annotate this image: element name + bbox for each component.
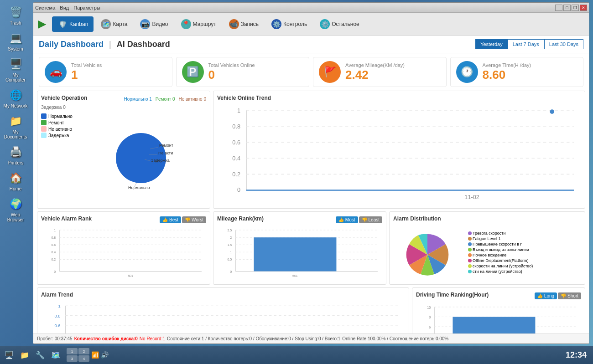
long-button[interactable]: 👍 Long <box>535 292 557 299</box>
legend-zone: Въезд и выезд из зоны-линии <box>468 247 533 252</box>
status-online-rate: Online Rate:100.00% / Соотношение потерь… <box>342 336 448 341</box>
toolbar-record[interactable]: 📹 Запись <box>224 16 264 32</box>
legend-line-speed-dot <box>468 264 472 268</box>
taskbar-app-icon[interactable]: 🔧 <box>33 348 47 362</box>
svg-text:1: 1 <box>54 229 56 232</box>
app-logo: ▶ <box>38 18 46 30</box>
thumbs-up-long-icon: 👍 <box>537 293 543 298</box>
toolbar-route[interactable]: 📍 Маршрут <box>176 16 222 32</box>
sidebar-item-printers[interactable]: 🖨️ Printers <box>1 142 30 167</box>
control-label: Контроль <box>283 21 307 27</box>
sidebar-item-trash[interactable]: 🗑️ Trash <box>1 2 30 27</box>
best-button[interactable]: 👍 Best <box>160 216 181 223</box>
driving-time-chart: 10 8 6 4 2 0 501 <box>416 302 581 333</box>
status-bar: Пробег: 00:37:45 Количество ошибок диска… <box>33 333 589 343</box>
alarm-dist-pie <box>393 225 466 280</box>
legend-line-speed2-dot <box>468 270 472 273</box>
minimize-button[interactable]: ─ <box>555 5 562 11</box>
record-icon: 📹 <box>229 19 239 29</box>
menu-system[interactable]: Система <box>35 5 55 10</box>
sidebar-item-system[interactable]: 💻 System <box>1 28 30 53</box>
toolbar-other[interactable]: ⚙️ Остальное <box>314 16 365 32</box>
restore-button[interactable]: ❐ <box>572 5 579 11</box>
win-btn-4[interactable]: 4 <box>78 355 89 362</box>
network-icon: 🌐 <box>7 87 24 103</box>
svg-text:0.2: 0.2 <box>51 258 56 261</box>
best-label: Best <box>169 217 178 222</box>
least-button[interactable]: 👎 Least <box>359 216 382 223</box>
legend-line-speed: скорости на линии (устройство) <box>468 264 533 268</box>
svg-text:0.8: 0.8 <box>51 236 56 240</box>
stat-avg-mileage: 🚩 Average Mileage(KM /day) 2.42 <box>313 57 447 87</box>
thumbs-up-icon: 👍 <box>162 217 168 222</box>
vehicle-alarm-rank-panel: Vehicle Alarm Rank 👍 Best 👎 Worst <box>37 211 210 285</box>
sys-icon-audio: 🔊 <box>101 351 109 359</box>
filter-yesterday[interactable]: Yesterday <box>475 39 508 49</box>
sidebar-item-my-network[interactable]: 🌐 My Network <box>1 85 30 110</box>
total-vehicles-info: Total Vehicles 1 <box>71 62 102 82</box>
toolbar-map[interactable]: 🗺️ Карта <box>95 16 133 32</box>
video-label: Видео <box>152 21 168 27</box>
legend-night-dot <box>468 253 472 257</box>
toolbar-control[interactable]: ⚙️ Контроль <box>266 16 312 32</box>
trash-icon: 🗑️ <box>7 4 24 21</box>
svg-text:0.6: 0.6 <box>55 323 61 328</box>
total-vehicles-label: Total Vehicles <box>71 62 102 68</box>
sidebar-item-my-documents[interactable]: 📁 My Documents <box>1 111 30 141</box>
close-button[interactable]: ✕ <box>580 5 587 11</box>
avg-mileage-label: Average Mileage(KM /day) <box>345 62 405 68</box>
browser-icon: 🌍 <box>7 196 24 212</box>
filter-7days[interactable]: Last 7 Days <box>508 39 544 49</box>
menu-bar: Система Вид Параметры <box>35 5 100 10</box>
filter-30days[interactable]: Last 30 Days <box>544 39 583 49</box>
legend-offline-label: Offline Displacement(Platform) <box>473 258 528 263</box>
toolbar-kanban[interactable]: 🛡️ Kanban <box>52 16 94 32</box>
legend-speed-alarm-dot <box>468 231 472 235</box>
vehicle-op-title: Vehicle Operation <box>41 95 87 101</box>
stat-total-vehicles: 🚗 Total Vehicles 1 <box>39 57 172 87</box>
route-label: Маршрут <box>193 21 216 27</box>
taskbar-files-icon[interactable]: 📁 <box>17 348 32 362</box>
avg-time-value: 8.60 <box>483 68 531 82</box>
win-btn-3[interactable]: 3 <box>67 355 78 362</box>
sidebar-item-my-computer[interactable]: 🖥️ My Computer <box>1 54 30 84</box>
y-label-4: 0.4 <box>232 155 240 162</box>
stats-row: 🚗 Total Vehicles 1 🅿️ Total Vehicles Onl… <box>33 53 589 91</box>
taskbar-window-buttons: 1 2 3 4 <box>67 348 89 362</box>
thumbs-down-icon: 👎 <box>185 217 190 222</box>
win-btn-1[interactable]: 1 <box>67 348 78 354</box>
pie-normal-label: Нормально <box>128 185 150 190</box>
sidebar-label-home: Home <box>10 186 22 191</box>
svg-text:0: 0 <box>230 270 232 273</box>
alarm-dist-title: Alarm Distribution <box>393 215 581 222</box>
taskbar-nav-icon[interactable]: 🗺️ <box>48 348 63 362</box>
kanban-icon: 🛡️ <box>57 19 68 29</box>
thumbs-down-short-icon: 👎 <box>561 293 566 298</box>
mileage-rank-chart: 2.5 2 1.5 1 0.5 0 501 <box>217 226 382 281</box>
menu-view[interactable]: Вид <box>60 5 69 10</box>
stat-avg-time: 🕐 Average Time(H /day) 8.60 <box>450 57 584 87</box>
win-btn-2[interactable]: 2 <box>78 348 89 354</box>
y-label-6: 0 <box>237 186 240 193</box>
thumbs-down-least-icon: 👎 <box>362 217 367 222</box>
maximize-button[interactable]: □ <box>563 5 571 11</box>
status-network: Состояние сети:1 / Количество потерь:0 /… <box>167 336 340 341</box>
sidebar-label-my-network: My Network <box>4 103 28 108</box>
mileage-rank-buttons: 👍 Most 👎 Least <box>336 216 382 223</box>
svg-text:501: 501 <box>128 274 133 277</box>
legend-offline-dot <box>468 259 472 262</box>
toolbar-video[interactable]: 📷 Видео <box>135 16 173 32</box>
most-button[interactable]: 👍 Most <box>336 216 358 223</box>
main-window: Система Вид Параметры ─ □ ❐ ✕ ▶ 🛡️ Kanba… <box>33 2 589 344</box>
sidebar-item-web-browser[interactable]: 🌍 Web Browser <box>1 194 30 224</box>
menu-params[interactable]: Параметры <box>73 5 100 10</box>
sidebar-label-trash: Trash <box>10 21 21 26</box>
alarm-rank-chart: 1 0.8 0.6 0.4 0.2 0 501 <box>41 226 206 281</box>
short-button[interactable]: 👎 Short <box>558 292 581 299</box>
taskbar-start-icon[interactable]: 🖥️ <box>2 348 16 362</box>
sidebar-item-home[interactable]: 🏠 Home <box>1 168 30 193</box>
worst-button[interactable]: 👎 Worst <box>182 216 206 223</box>
window-controls: ─ □ ❐ ✕ <box>555 5 587 11</box>
taskbar-icons: 🖥️ 📁 🔧 🗺️ <box>2 348 63 362</box>
mileage-bar <box>254 238 336 272</box>
